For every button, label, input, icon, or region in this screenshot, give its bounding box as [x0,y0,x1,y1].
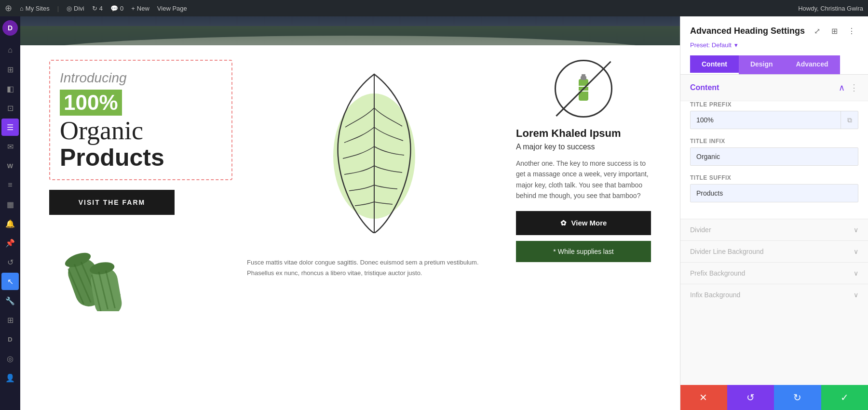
more-options-icon[interactable]: ⋮ [845,24,858,38]
sidebar-icon-woo[interactable]: W [1,157,19,174]
divider-line-bg-label: Divider Line Background [690,248,764,255]
prefix-bg-collapsible[interactable]: Prefix Background ∨ [680,262,868,284]
title-suffix-group: Title Suffix [690,174,858,202]
infix-bg-chevron-icon: ∨ [854,291,858,299]
bottom-text: Fusce mattis vitae dolor congue sagittis… [247,257,502,278]
sidebar-icon-cursor[interactable]: ↖ [1,273,19,290]
svg-rect-16 [582,74,585,77]
admin-bar: ⊕ ⌂ My Sites | ◎ Divi ↻ 4 💬 0 + New View… [0,0,868,16]
comment-icon: 💬 [110,5,118,12]
title-suffix-input[interactable] [691,185,858,202]
preset-chevron-icon: ▾ [734,41,738,49]
sidebar-icon-layers[interactable]: ◧ [1,80,19,97]
sidebar-icon-pages[interactable]: ☰ [1,119,19,136]
new-link[interactable]: + New [131,5,149,12]
content-section-title: Content [690,83,719,92]
sidebar-icon-modules[interactable]: ⊡ [1,99,19,117]
divider-chevron-icon: ∨ [854,226,858,234]
panel-body: Content ∧ ⋮ Title Prefix ⧉ [680,75,868,410]
lorem-title: Lorem Khaled Ipsum [516,127,651,140]
fields-content: Title Prefix ⧉ Title Infix Title Suffix [680,101,868,219]
view-more-label: View More [571,219,607,227]
title-prefix-copy-icon[interactable]: ⧉ [841,111,858,129]
title-infix-group: Title Infix [690,138,858,166]
page-canvas: Introducing 100% Organic Products VISIT … [20,16,680,410]
title-prefix-group: Title Prefix ⧉ [690,101,858,129]
columns-icon[interactable]: ⊞ [827,24,841,38]
leaf-container [247,60,502,243]
update-link[interactable]: ↻ 4 [92,5,103,12]
lorem-subtitle: A major key to success [516,143,651,151]
my-sites-icon: ⌂ [20,5,24,12]
sidebar-icon-divi-d[interactable]: D [1,331,19,348]
veggie-image [49,225,232,313]
separator-1: | [57,5,59,12]
percent-badge: 100% [60,90,122,116]
plus-icon: + [131,5,135,12]
sidebar-icon-home[interactable]: ⌂ [1,41,19,59]
wp-logo-icon: ⊕ [5,3,12,13]
sidebar-icon-user[interactable]: 👤 [1,369,19,386]
content-section-more-icon[interactable]: ⋮ [850,82,858,93]
right-col: Lorem Khaled Ipsum A major key to succes… [516,60,651,397]
divider-line-bg-collapsible[interactable]: Divider Line Background ∨ [680,240,868,262]
divider-collapsible[interactable]: Divider ∨ [680,219,868,240]
no-bottle-icon-circle [555,60,612,118]
howdy-text: Howdy, Christina Gwira [798,5,863,12]
sidebar-icon-wrench[interactable]: 🔧 [1,292,19,309]
save-button[interactable]: ✓ [821,385,868,410]
organic-text: Organic [60,118,222,144]
settings-panel: Advanced Heading Settings ⤢ ⊞ ⋮ Preset: … [680,16,868,410]
comment-link[interactable]: 💬 0 [110,5,123,12]
intro-text: Introducing [60,70,222,86]
tab-content[interactable]: Content [690,55,739,74]
sidebar-icon-pin[interactable]: 📌 [1,234,19,251]
panel-title-icons: ⤢ ⊞ ⋮ [810,24,858,38]
hero-top [20,16,680,45]
sidebar-icon-chart[interactable]: ▦ [1,196,19,213]
title-infix-input[interactable] [691,148,858,165]
content-section-chevron-icon: ∧ [839,82,845,93]
sidebar-icon-history[interactable]: ↺ [1,253,19,271]
preset-row[interactable]: Preset: Default ▾ [690,41,858,49]
divi-link[interactable]: ◎ Divi [67,5,84,12]
svg-rect-14 [579,79,588,101]
panel-actions: ✕ ↺ ↻ ✓ [680,385,868,410]
sidebar-icon-mail[interactable]: ✉ [1,138,19,155]
zucchini-svg [49,225,146,311]
middle-col: Fusce mattis vitae dolor congue sagittis… [247,60,502,397]
page-content: Introducing 100% Organic Products VISIT … [20,45,680,410]
divi-logo: D [2,20,18,36]
tab-advanced[interactable]: Advanced [785,55,840,74]
expand-icon[interactable]: ⤢ [810,24,824,38]
view-more-icon: ✿ [560,219,567,227]
canvas-area: Introducing 100% Organic Products VISIT … [20,16,680,410]
sidebar-icon-settings[interactable]: ≡ [1,176,19,194]
prefix-bg-chevron-icon: ∨ [854,269,858,277]
cancel-button[interactable]: ✕ [680,385,727,410]
supplies-button[interactable]: * While supplies last [516,241,651,262]
heading-box: Introducing 100% Organic Products [49,60,232,180]
divider-label: Divider [690,226,711,234]
view-page-link[interactable]: View Page [157,5,187,12]
panel-tabs: Content Design Advanced [690,55,858,74]
undo-button[interactable]: ↺ [727,385,774,410]
infix-bg-label: Infix Background [690,291,740,299]
visit-farm-button[interactable]: VISIT THE FARM [49,190,175,215]
redo-button[interactable]: ↻ [774,385,821,410]
title-suffix-label: Title Suffix [690,174,858,181]
leaf-svg [321,60,427,233]
sidebar-icon-grid[interactable]: ⊞ [1,311,19,329]
sidebar-icon-circle[interactable]: ◎ [1,350,19,367]
view-more-button[interactable]: ✿ View More [516,211,651,235]
my-sites-link[interactable]: ⌂ My Sites [20,5,50,12]
content-section-header[interactable]: Content ∧ ⋮ [680,75,868,101]
divider-line-bg-chevron-icon: ∨ [854,248,858,255]
title-prefix-label: Title Prefix [690,101,858,108]
panel-header: Advanced Heading Settings ⤢ ⊞ ⋮ Preset: … [680,16,868,75]
title-prefix-input[interactable] [691,111,841,129]
tab-design[interactable]: Design [739,55,785,74]
sidebar-icon-bell[interactable]: 🔔 [1,215,19,232]
infix-bg-collapsible[interactable]: Infix Background ∨ [680,284,868,305]
sidebar-icon-search[interactable]: ⊞ [1,61,19,78]
